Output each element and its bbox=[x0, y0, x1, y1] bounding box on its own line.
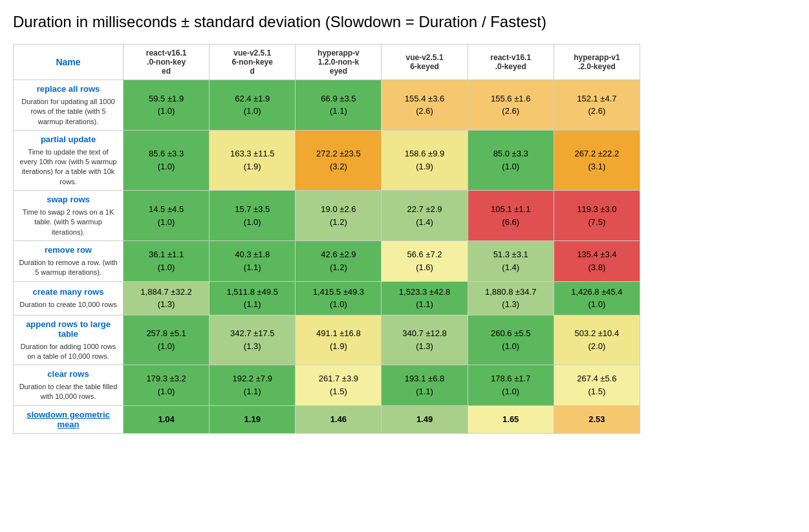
data-cell: 1.65 bbox=[468, 405, 554, 433]
page-title: Duration in milliseconds ± standard devi… bbox=[13, 13, 796, 31]
data-cell: 342.7 ±17.5 (1.3) bbox=[210, 315, 296, 365]
column-header: hyperapp-v1 .2.0-keyed bbox=[554, 45, 640, 80]
data-cell: 267.2 ±22.2 (3.1) bbox=[554, 130, 640, 190]
data-cell: 257.8 ±5.1 (1.0) bbox=[124, 315, 210, 365]
data-cell: 15.7 ±3.5 (1.0) bbox=[210, 191, 296, 241]
data-cell: 135.4 ±3.4 (3.8) bbox=[554, 240, 640, 281]
table-row: create many rowsDuration to create 10,00… bbox=[14, 281, 640, 315]
data-cell: 1,426.8 ±45.4 (1.0) bbox=[554, 281, 640, 315]
row-title: swap rows bbox=[19, 195, 118, 204]
data-cell: 59.5 ±1.9 (1.0) bbox=[124, 80, 210, 131]
table-row: remove rowDuration to remove a row. (wit… bbox=[14, 240, 640, 281]
data-cell: 1,884.7 ±32.2 (1.3) bbox=[124, 281, 210, 315]
table-row: clear rowsDuration to clear the table fi… bbox=[14, 365, 640, 406]
row-title: clear rows bbox=[19, 369, 118, 379]
data-cell: 178.6 ±1.7 (1.0) bbox=[468, 365, 554, 406]
row-label: partial updateTime to update the text of… bbox=[14, 130, 124, 190]
data-cell: 62.4 ±1.9 (1.0) bbox=[210, 80, 296, 131]
data-cell: 1,511.8 ±49.5 (1.1) bbox=[210, 281, 296, 315]
data-cell: 1,523.3 ±42.8 (1.1) bbox=[382, 281, 468, 315]
data-cell: 19.0 ±2.6 (1.2) bbox=[296, 191, 382, 241]
name-header: Name bbox=[14, 45, 124, 80]
table-row: swap rowsTime to swap 2 rows on a 1K tab… bbox=[14, 191, 640, 241]
data-cell: 66.9 ±3.5 (1.1) bbox=[296, 80, 382, 131]
row-desc: Duration to remove a row. (with 5 warmup… bbox=[19, 259, 117, 276]
row-label: replace all rowsDuration for updating al… bbox=[14, 80, 124, 131]
data-cell: 1,415.5 ±49.3 (1.0) bbox=[296, 281, 382, 315]
row-label: swap rowsTime to swap 2 rows on a 1K tab… bbox=[14, 191, 124, 241]
data-cell: 267.4 ±5.6 (1.5) bbox=[554, 365, 640, 406]
data-cell: 56.6 ±7.2 (1.6) bbox=[382, 240, 468, 281]
row-desc: Time to update the text of every 10th ro… bbox=[20, 148, 117, 186]
data-cell: 1,880.8 ±34.7 (1.3) bbox=[468, 281, 554, 315]
data-cell: 1.19 bbox=[210, 405, 296, 433]
data-cell: 260.6 ±5.5 (1.0) bbox=[468, 315, 554, 365]
data-cell: 192.2 ±7.9 (1.1) bbox=[210, 365, 296, 406]
data-cell: 155.6 ±1.6 (2.6) bbox=[468, 80, 554, 131]
data-cell: 155.4 ±3.6 (2.6) bbox=[382, 80, 468, 131]
data-cell: 2.53 bbox=[554, 405, 640, 433]
data-cell: 503.2 ±10.4 (2.0) bbox=[554, 315, 640, 365]
table-row: slowdown geometric mean1.041.191.461.491… bbox=[14, 405, 640, 433]
table-header-row: Name react-v16.1 .0-non-key edvue-v2.5.1… bbox=[14, 45, 640, 80]
data-cell: 51.3 ±3.1 (1.4) bbox=[468, 240, 554, 281]
row-label: create many rowsDuration to create 10,00… bbox=[14, 281, 124, 315]
table-row: partial updateTime to update the text of… bbox=[14, 130, 640, 190]
column-header: hyperapp-v 1.2.0-non-k eyed bbox=[296, 45, 382, 80]
data-cell: 261.7 ±3.9 (1.5) bbox=[296, 365, 382, 406]
data-cell: 42.6 ±2.9 (1.2) bbox=[296, 240, 382, 281]
data-cell: 14.5 ±4.5 (1.0) bbox=[124, 191, 210, 241]
data-cell: 119.3 ±3.0 (7.5) bbox=[554, 191, 640, 241]
data-cell: 36.1 ±1.1 (1.0) bbox=[124, 240, 210, 281]
column-header: vue-v2.5.1 6-non-keye d bbox=[210, 45, 296, 80]
row-title: append rows to large table bbox=[19, 319, 118, 339]
data-cell: 163.3 ±11.5 (1.9) bbox=[210, 130, 296, 190]
row-title: remove row bbox=[19, 245, 118, 255]
data-cell: 179.3 ±3.2 (1.0) bbox=[124, 365, 210, 406]
column-header: vue-v2.5.1 6-keyed bbox=[382, 45, 468, 80]
data-cell: 40.3 ±1.8 (1.1) bbox=[210, 240, 296, 281]
table-body: replace all rowsDuration for updating al… bbox=[14, 80, 640, 434]
data-cell: 105.1 ±1.1 (6.6) bbox=[468, 191, 554, 241]
data-cell: 152.1 ±4.7 (2.6) bbox=[554, 80, 640, 131]
table-row: replace all rowsDuration for updating al… bbox=[14, 80, 640, 131]
table-row: append rows to large tableDuration for a… bbox=[14, 315, 640, 365]
row-label: append rows to large tableDuration for a… bbox=[14, 315, 124, 365]
data-cell: 22.7 ±2.9 (1.4) bbox=[382, 191, 468, 241]
data-cell: 491.1 ±16.8 (1.9) bbox=[296, 315, 382, 365]
data-cell: 340.7 ±12.8 (1.3) bbox=[382, 315, 468, 365]
row-label: clear rowsDuration to clear the table fi… bbox=[14, 365, 124, 406]
row-title: replace all rows bbox=[19, 84, 118, 94]
column-header: react-v16.1 .0-non-key ed bbox=[124, 45, 210, 80]
data-cell: 85.0 ±3.3 (1.0) bbox=[468, 130, 554, 190]
row-desc: Time to swap 2 rows on a 1K table. (with… bbox=[23, 208, 114, 236]
data-cell: 1.49 bbox=[382, 405, 468, 433]
data-cell: 272.2 ±23.5 (3.2) bbox=[296, 130, 382, 190]
row-title: create many rows bbox=[19, 287, 118, 297]
row-title-link[interactable]: slowdown geometric mean bbox=[27, 410, 110, 429]
row-desc: Duration for updating all 1000 rows of t… bbox=[21, 98, 114, 125]
row-label: remove rowDuration to remove a row. (wit… bbox=[14, 240, 124, 281]
data-cell: 1.04 bbox=[124, 405, 210, 433]
row-desc: Duration to clear the table filled with … bbox=[19, 383, 118, 400]
row-label: slowdown geometric mean bbox=[14, 405, 124, 433]
data-cell: 158.6 ±9.9 (1.9) bbox=[382, 130, 468, 190]
data-cell: 193.1 ±6.8 (1.1) bbox=[382, 365, 468, 406]
data-cell: 85.6 ±3.3 (1.0) bbox=[124, 130, 210, 190]
row-title: partial update bbox=[19, 134, 118, 144]
data-cell: 1.46 bbox=[296, 405, 382, 433]
row-desc: Duration to create 10,000 rows bbox=[19, 301, 116, 308]
column-header: react-v16.1 .0-keyed bbox=[468, 45, 554, 80]
benchmark-table: Name react-v16.1 .0-non-key edvue-v2.5.1… bbox=[13, 44, 640, 434]
row-desc: Duration for adding 1000 rows on a table… bbox=[21, 343, 116, 360]
